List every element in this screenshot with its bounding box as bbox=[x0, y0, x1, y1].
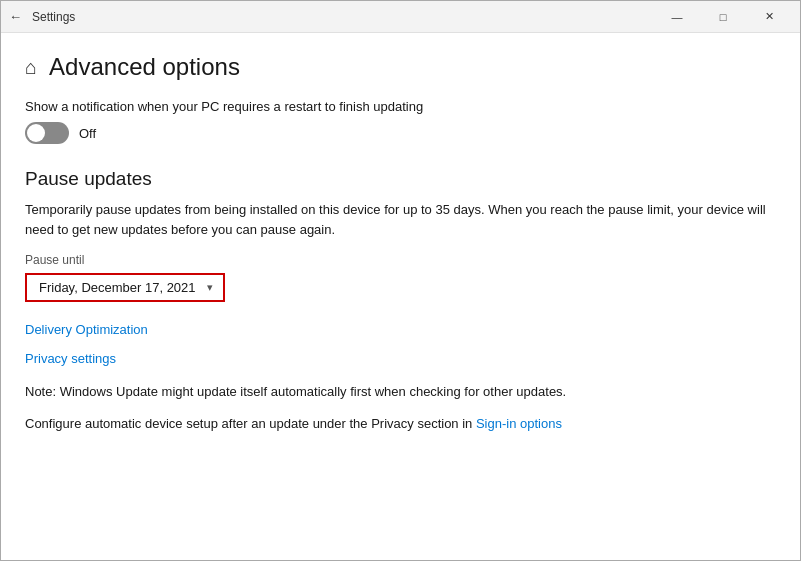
pause-updates-description: Temporarily pause updates from being ins… bbox=[25, 200, 776, 239]
window-controls: — □ ✕ bbox=[654, 1, 792, 33]
back-arrow-icon: ← bbox=[9, 9, 22, 24]
sign-in-options-link[interactable]: Sign-in options bbox=[476, 416, 562, 431]
minimize-button[interactable]: — bbox=[654, 1, 700, 33]
close-button[interactable]: ✕ bbox=[746, 1, 792, 33]
maximize-button[interactable]: □ bbox=[700, 1, 746, 33]
toggle-state-label: Off bbox=[79, 126, 96, 141]
toggle-knob bbox=[27, 124, 45, 142]
privacy-settings-link[interactable]: Privacy settings bbox=[25, 351, 776, 366]
restart-notification-toggle[interactable] bbox=[25, 122, 69, 144]
main-content: ⌂ Advanced options Show a notification w… bbox=[1, 33, 800, 561]
toggle-row: Off bbox=[25, 122, 776, 144]
page-title-row: ⌂ Advanced options bbox=[25, 53, 776, 81]
back-button[interactable]: ← bbox=[9, 9, 22, 24]
pause-updates-title: Pause updates bbox=[25, 168, 776, 190]
chevron-down-icon: ▾ bbox=[207, 281, 213, 294]
title-bar: ← Settings — □ ✕ bbox=[1, 1, 800, 33]
window-title: Settings bbox=[32, 10, 654, 24]
pause-date-value: Friday, December 17, 2021 bbox=[39, 280, 199, 295]
pause-until-label: Pause until bbox=[25, 253, 776, 267]
page-title: Advanced options bbox=[49, 53, 240, 81]
note2-prefix: Configure automatic device setup after a… bbox=[25, 416, 476, 431]
delivery-optimization-link[interactable]: Delivery Optimization bbox=[25, 322, 776, 337]
note1-text: Note: Windows Update might update itself… bbox=[25, 382, 776, 402]
notification-label: Show a notification when your PC require… bbox=[25, 99, 776, 114]
home-icon: ⌂ bbox=[25, 56, 37, 79]
notes-section: Note: Windows Update might update itself… bbox=[25, 382, 776, 433]
pause-date-dropdown[interactable]: Friday, December 17, 2021 ▾ bbox=[25, 273, 225, 302]
pause-date-dropdown-wrapper: Friday, December 17, 2021 ▾ bbox=[25, 273, 776, 302]
note2-text: Configure automatic device setup after a… bbox=[25, 414, 776, 434]
